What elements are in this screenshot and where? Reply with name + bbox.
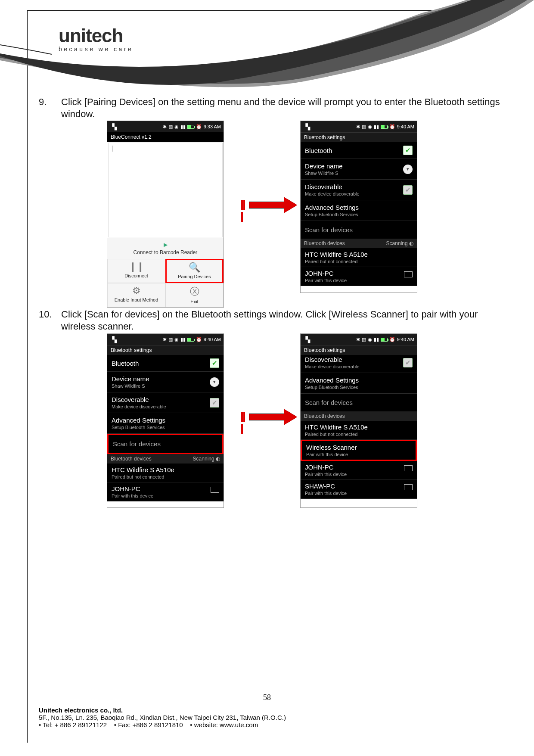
- advanced-row[interactable]: Advanced SettingsSetup Bluetooth Service…: [301, 373, 417, 394]
- disconnect-label: Disconnect: [124, 273, 148, 278]
- notif-icon: ▝▖: [303, 123, 313, 130]
- wifi-icon: ◉: [368, 124, 372, 130]
- computer-icon: [211, 487, 219, 493]
- disconnect-button[interactable]: ❙❙ Disconnect: [107, 259, 165, 283]
- scanning-label: Scanning ◐: [193, 456, 220, 462]
- vibrate-icon: ▧: [168, 124, 173, 130]
- device-john[interactable]: JOHN-PC Pair with this device: [107, 482, 224, 501]
- battery-icon: [381, 125, 388, 129]
- discoverable-sub: Make device discoverable: [112, 404, 166, 409]
- device-name-label: Device name: [112, 375, 149, 383]
- device-name: JOHN-PC: [305, 270, 413, 277]
- company-address: 5F., No.135, Ln. 235, Baoqiao Rd., Xindi…: [39, 714, 495, 721]
- checkbox-on-icon[interactable]: ✔: [210, 358, 219, 368]
- tel: Tel: + 886 2 89121122: [39, 721, 107, 728]
- scan-label: Scan for devices: [305, 226, 353, 233]
- device-name: JOHN-PC: [112, 485, 219, 492]
- chevron-down-icon: ▾: [403, 165, 413, 174]
- step-text: Click [Pairing Devices] on the setting m…: [61, 96, 508, 120]
- scan-for-devices-row[interactable]: Scan for devices: [301, 221, 417, 239]
- advanced-row[interactable]: Advanced SettingsSetup Bluetooth Service…: [107, 413, 224, 434]
- pairing-label: Pairing Devices: [178, 274, 211, 279]
- exit-button[interactable]: ⓧ Exit: [165, 283, 224, 307]
- discoverable-row[interactable]: Discoverable Make device discoverable ✔: [301, 180, 417, 200]
- discoverable-label: Discoverable: [112, 396, 166, 403]
- device-htc[interactable]: HTC Wildfire S A510e Paired but not conn…: [301, 421, 417, 440]
- bt-header: Bluetooth settings: [301, 345, 417, 355]
- status-bar: ▝▖ ✱ ▧ ◉ ▮▮ ⏰ 9:33 AM: [107, 121, 224, 132]
- checkbox-off-icon[interactable]: ✔: [210, 398, 219, 408]
- pairing-devices-button[interactable]: 🔍 Pairing Devices: [165, 259, 224, 283]
- exit-label: Exit: [190, 299, 198, 304]
- device-name: JOHN-PC: [305, 464, 413, 471]
- status-time: 9:33 AM: [204, 124, 221, 129]
- alarm-icon: ⏰: [196, 337, 202, 342]
- discoverable-sub: Make device discoverable: [305, 364, 360, 369]
- phone-blueconnect: ▝▖ ✱ ▧ ◉ ▮▮ ⏰ 9:33 AM BlueConnect v1.2 ▶…: [107, 121, 224, 308]
- checkbox-off-icon[interactable]: ✔: [403, 358, 413, 367]
- advanced-label: Advanced Settings: [112, 417, 165, 424]
- battery-icon: [187, 338, 194, 342]
- bt-label: Bluetooth: [305, 147, 332, 154]
- signal-icon: ▮▮: [374, 337, 379, 342]
- device-status: Pair with this device: [306, 452, 411, 457]
- device-name: SHAW-PC: [305, 482, 413, 490]
- computer-icon: [404, 484, 413, 490]
- scan-for-devices-row[interactable]: Scan for devices: [301, 394, 417, 411]
- phone-bt-settings-2: ▝▖ ✱▧◉▮▮ ⏰ 9:40 AM Bluetooth settings Bl…: [107, 333, 224, 508]
- device-john[interactable]: JOHN-PC Pair with this device: [301, 461, 417, 480]
- advanced-row[interactable]: Advanced Settings Setup Bluetooth Servic…: [301, 200, 417, 221]
- logo-text: unitech: [59, 25, 133, 47]
- text-input-area[interactable]: [108, 143, 223, 237]
- signal-icon: ▮▮: [180, 337, 186, 342]
- device-name: Wireless Scanner: [306, 444, 411, 451]
- arrow-right-1: [241, 197, 297, 213]
- device-name-row[interactable]: Device nameShaw Wildfire S ▾: [107, 372, 224, 392]
- status-bar: ▝▖ ✱ ▧ ◉ ▮▮ ⏰ 9:40 AM: [301, 121, 417, 132]
- checkbox-off-icon[interactable]: ✔: [403, 185, 413, 195]
- scan-label: Scan for devices: [113, 440, 161, 448]
- discoverable-label: Discoverable: [305, 183, 360, 190]
- signal-icon: ▮▮: [374, 124, 379, 130]
- device-john[interactable]: JOHN-PC Pair with this device: [301, 267, 417, 286]
- scanning-label: Scanning ◐: [386, 240, 413, 246]
- device-name-row[interactable]: Device name Shaw Wildfire S ▾: [301, 159, 417, 180]
- logo-tagline: because we care: [59, 46, 133, 53]
- advanced-sub: Setup Bluetooth Services: [305, 385, 359, 390]
- discoverable-sub: Make device discoverable: [305, 191, 360, 196]
- device-status: Pair with this device: [305, 472, 413, 477]
- bt-header: Bluetooth settings: [107, 345, 224, 355]
- page-footer: 58 Unitech electronics co., ltd. 5F., No…: [39, 693, 495, 728]
- connect-row[interactable]: ▶ Connect to Barcode Reader: [107, 238, 224, 259]
- pause-icon: ❙❙: [108, 261, 165, 272]
- close-icon: ⓧ: [166, 285, 223, 298]
- alarm-icon: ⏰: [389, 337, 395, 342]
- enable-input-button[interactable]: ⚙ Enable Input Method: [107, 283, 165, 307]
- enable-input-label: Enable Input Method: [115, 297, 158, 302]
- discoverable-row[interactable]: DiscoverableMake device discoverable ✔: [107, 392, 224, 413]
- bt-toggle-row[interactable]: Bluetooth ✔: [301, 142, 417, 159]
- step-number: 9.: [39, 96, 61, 120]
- device-htc[interactable]: HTC Wildfire S A510e Paired but not conn…: [301, 248, 417, 267]
- fax: Fax: +886 2 89121810: [114, 721, 183, 728]
- bt-devices-section: Bluetooth devices: [301, 411, 417, 421]
- discoverable-row[interactable]: DiscoverableMake device discoverable ✔: [301, 355, 417, 373]
- company-name: Unitech electronics co., ltd.: [39, 706, 495, 714]
- status-time: 9:40 AM: [397, 337, 414, 342]
- scan-for-devices-row[interactable]: Scan for devices: [107, 434, 224, 454]
- device-status: Paired but not connected: [305, 259, 413, 264]
- device-shaw[interactable]: SHAW-PC Pair with this device: [301, 480, 417, 499]
- wifi-icon: ◉: [174, 124, 179, 130]
- advanced-sub: Setup Bluetooth Services: [305, 212, 359, 217]
- checkbox-on-icon[interactable]: ✔: [403, 146, 413, 155]
- vibrate-icon: ▧: [362, 337, 366, 342]
- status-time: 9:40 AM: [397, 124, 414, 129]
- website: website: www.ute.com: [190, 721, 258, 728]
- magnifier-icon: 🔍: [167, 262, 222, 273]
- device-wireless-scanner[interactable]: Wireless Scanner Pair with this device: [301, 440, 417, 461]
- page-number: 58: [39, 693, 495, 702]
- device-htc[interactable]: HTC Wildfire S A510e Paired but not conn…: [107, 464, 224, 482]
- bt-toggle-row[interactable]: Bluetooth ✔: [107, 355, 224, 372]
- wifi-icon: ◉: [368, 337, 372, 342]
- wifi-icon: ◉: [174, 337, 179, 342]
